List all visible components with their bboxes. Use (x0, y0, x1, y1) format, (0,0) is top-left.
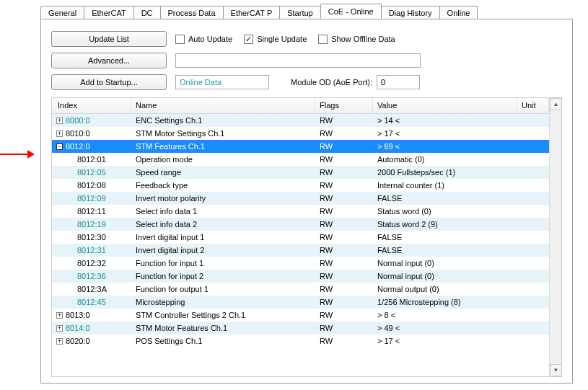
cell-flags: RW (315, 259, 373, 267)
cell-value: > 17 < (373, 337, 517, 345)
cell-index: 8013:0 (52, 311, 131, 319)
cell-index: 8020:0 (52, 337, 131, 345)
highlight-arrow (0, 149, 35, 159)
collapse-icon[interactable] (56, 143, 63, 150)
expand-icon[interactable] (56, 312, 63, 319)
tab-coe-online[interactable]: CoE - Online (320, 4, 382, 19)
table-row[interactable]: 8020:0POS Settings Ch.1RW> 17 < (52, 334, 549, 347)
table-row[interactable]: 8012:05Speed rangeRW2000 Fullsteps/sec (… (52, 166, 549, 179)
table-row[interactable]: 8012:01Operation modeRWAutomatic (0) (52, 153, 549, 166)
cell-name: Operation mode (131, 155, 315, 164)
index-text: 8012:32 (77, 259, 106, 267)
header-flags[interactable]: Flags (315, 98, 373, 113)
expand-icon[interactable] (56, 325, 63, 332)
cell-index: 8014:0 (52, 324, 131, 332)
table-row[interactable]: 8012:09Invert motor polarityRWFALSE (52, 192, 549, 205)
single-update-label: Single Update (257, 35, 307, 43)
cell-flags: RW (315, 181, 373, 190)
auto-update-checkbox[interactable]: Auto Update (175, 35, 232, 44)
cell-flags: RW (315, 207, 373, 216)
cell-flags: RW (315, 220, 373, 229)
cell-index: 8012:45 (52, 296, 131, 309)
cell-index: 8012:05 (52, 166, 131, 179)
table-row[interactable]: 8013:0STM Controller Settings 2 Ch.1RW> … (52, 309, 549, 322)
expand-icon[interactable] (56, 338, 63, 345)
vertical-scrollbar[interactable]: ▲ ▼ (549, 98, 561, 376)
cell-flags: RW (315, 168, 373, 177)
index-text: 8012:30 (77, 233, 106, 241)
index-text: 8010:0 (66, 129, 90, 138)
tree-line-icon (66, 153, 77, 166)
expand-icon[interactable] (56, 130, 63, 137)
cell-name: Feedback type (131, 181, 315, 190)
cell-name: Invert digital input 2 (131, 246, 315, 254)
cell-value: Normal input (0) (373, 272, 517, 280)
index-text: 8012:36 (77, 272, 106, 280)
table-row[interactable]: 8012:19Select info data 2RWStatus word 2… (52, 218, 549, 231)
tab-ethercat[interactable]: EtherCAT (84, 6, 133, 19)
cell-flags: RW (315, 116, 373, 125)
cell-flags: RW (315, 285, 373, 293)
cell-index: 8012:09 (52, 192, 131, 205)
table-row[interactable]: 8010:0STM Motor Settings Ch.1RW> 17 < (52, 127, 549, 140)
cell-flags: RW (315, 129, 373, 138)
cell-value: Normal output (0) (373, 285, 517, 293)
expand-icon[interactable] (56, 118, 63, 124)
cell-name: Function for input 1 (131, 259, 315, 267)
cell-index: 8012:32 (52, 257, 131, 270)
cell-index: 8012:19 (52, 218, 131, 231)
show-offline-label: Show Offline Data (331, 35, 395, 43)
table-row[interactable]: 8014:0STM Motor Features Ch.1RW> 49 < (52, 322, 549, 334)
tab-body: Update List Auto Update Single Update Sh… (40, 19, 573, 384)
tab-dc[interactable]: DC (133, 6, 161, 19)
cell-value: 2000 Fullsteps/sec (1) (373, 168, 517, 177)
header-name[interactable]: Name (131, 98, 315, 113)
cell-name: Invert motor polarity (131, 194, 315, 203)
add-to-startup-button[interactable]: Add to Startup... (51, 74, 167, 90)
filter-input[interactable] (175, 53, 421, 68)
cell-name: Function for output 1 (131, 285, 315, 293)
cell-value: > 49 < (373, 324, 517, 332)
tab-diag-history[interactable]: Diag History (381, 6, 440, 19)
header-value[interactable]: Value (373, 98, 517, 113)
scroll-down-icon[interactable]: ▼ (550, 364, 562, 376)
table-row[interactable]: 8012:0STM Features Ch.1RW> 69 < (52, 140, 549, 153)
tree-line-icon (66, 283, 77, 296)
tree-line-icon (66, 166, 77, 179)
checkbox-icon (175, 35, 185, 44)
index-text: 8012:3A (77, 285, 107, 293)
show-offline-checkbox[interactable]: Show Offline Data (318, 35, 395, 44)
header-unit[interactable]: Unit (517, 98, 549, 113)
header-index[interactable]: Index (52, 98, 131, 113)
single-update-checkbox[interactable]: Single Update (244, 35, 307, 44)
cell-value: > 8 < (373, 311, 517, 319)
table-row[interactable]: 8012:08Feedback typeRWInternal counter (… (52, 179, 549, 192)
cell-flags: RW (315, 337, 373, 345)
tab-startup[interactable]: Startup (279, 6, 320, 19)
scroll-up-icon[interactable]: ▲ (550, 98, 562, 110)
cell-index: 8012:36 (52, 270, 131, 283)
checkbox-icon (318, 35, 328, 44)
cell-name: STM Controller Settings 2 Ch.1 (131, 311, 315, 319)
table-row[interactable]: 8012:30Invert digital input 1RWFALSE (52, 231, 549, 244)
table-row[interactable]: 8012:32Function for input 1RWNormal inpu… (52, 257, 549, 270)
module-od-input[interactable] (377, 75, 420, 89)
cell-value: Status word (0) (373, 207, 517, 216)
tree-line-icon (66, 270, 77, 283)
table-row[interactable]: 8000:0ENC Settings Ch.1RW> 14 < (52, 114, 549, 127)
tab-process-data[interactable]: Process Data (160, 6, 224, 19)
cell-flags: RW (315, 311, 373, 319)
tab-ethercat-p[interactable]: EtherCAT P (223, 6, 281, 19)
cell-name: Microstepping (131, 298, 315, 306)
advanced-button[interactable]: Advanced... (51, 53, 167, 68)
table-row[interactable]: 8012:3AFunction for output 1RWNormal out… (52, 283, 549, 296)
tree-line-icon (66, 257, 77, 270)
tab-online[interactable]: Online (439, 6, 478, 19)
tab-general[interactable]: General (40, 6, 84, 19)
table-row[interactable]: 8012:31Invert digital input 2RWFALSE (52, 244, 549, 257)
index-text: 8012:19 (77, 220, 106, 229)
table-row[interactable]: 8012:11Select info data 1RWStatus word (… (52, 205, 549, 218)
table-row[interactable]: 8012:36Function for input 2RWNormal inpu… (52, 270, 549, 283)
table-row[interactable]: 8012:45MicrosteppingRW1/256 Microsteppin… (52, 296, 549, 309)
update-list-button[interactable]: Update List (51, 31, 167, 47)
